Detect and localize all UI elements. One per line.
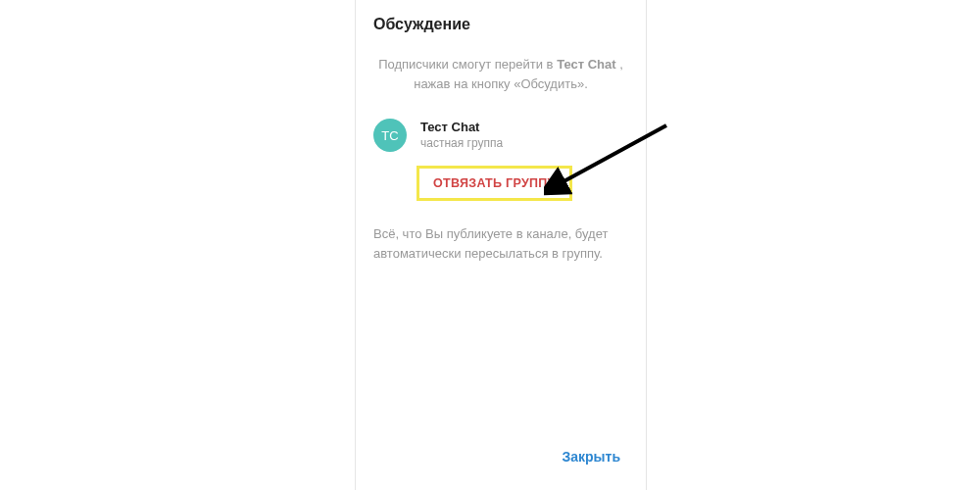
unlink-wrap: ОТВЯЗАТЬ ГРУППУ <box>356 166 646 201</box>
dialog-title: Обсуждение <box>356 16 646 33</box>
footer-text: Всё, что Вы публикуете в канале, будет а… <box>356 224 646 263</box>
group-avatar: ТС <box>373 119 407 152</box>
group-info: Тест Chat частная группа <box>420 119 503 150</box>
linked-group-row[interactable]: ТС Тест Chat частная группа <box>356 119 646 152</box>
annotation-highlight: ОТВЯЗАТЬ ГРУППУ <box>416 166 572 201</box>
group-name: Тест Chat <box>420 120 503 134</box>
dialog-description: Подписчики смогут перейти в Тест Chat , … <box>356 55 646 93</box>
unlink-group-button[interactable]: ОТВЯЗАТЬ ГРУППУ <box>419 169 569 198</box>
dialog-footer: Закрыть <box>356 443 646 474</box>
description-chat-name: Тест Chat <box>557 57 615 72</box>
close-button[interactable]: Закрыть <box>554 443 628 470</box>
description-prefix: Подписчики смогут перейти в <box>378 57 557 72</box>
discussion-dialog: Обсуждение Подписчики смогут перейти в Т… <box>355 0 647 490</box>
group-type: частная группа <box>420 136 503 150</box>
